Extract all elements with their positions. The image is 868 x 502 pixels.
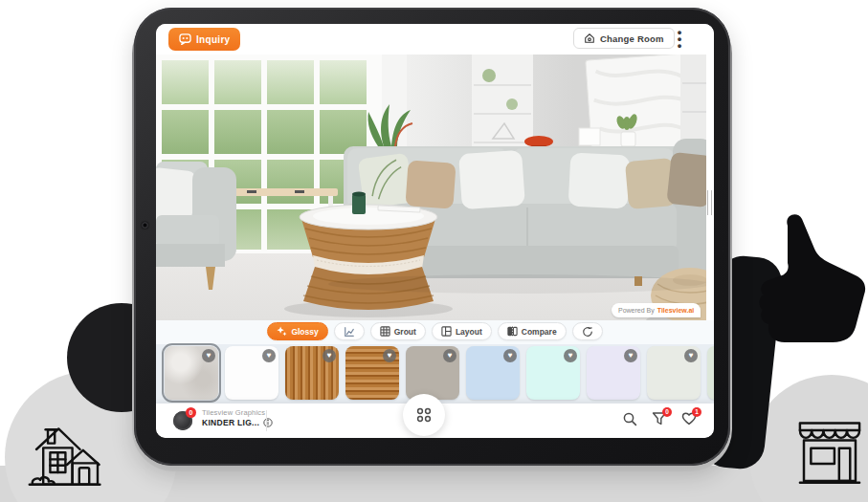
brand-text: Tilesview Graphics KINDER LIG... <box>202 408 273 427</box>
wishlist-button[interactable]: 1 <box>680 411 697 427</box>
search-button[interactable] <box>621 411 637 427</box>
footer-divider <box>266 410 267 431</box>
tile-swatch-pale-sage[interactable]: ♥ <box>647 346 701 400</box>
brand-company: Tilesview Graphics <box>202 408 273 417</box>
tile-swatch-pale-green[interactable]: ♥ <box>707 346 714 400</box>
tile-swatch-wood-horizontal[interactable]: ♥ <box>345 346 399 400</box>
footer-actions: 0 1 <box>621 411 697 427</box>
toolbar-button-compare[interactable]: Compare <box>498 322 567 340</box>
brand-logo: 0 <box>173 407 194 428</box>
search-icon <box>622 411 637 426</box>
wishlist-badge: 1 <box>692 407 701 417</box>
toolbar-button-grout[interactable]: Grout <box>370 322 426 340</box>
toolbar-label: Grout <box>394 327 416 337</box>
app-screen: Inquiry Change Room ••• <box>156 24 714 438</box>
toolbar-label: Compare <box>522 327 557 337</box>
logo-badge: 0 <box>186 407 196 418</box>
heart-icon[interactable]: ♥ <box>323 349 336 362</box>
tile-swatch-light-cyan[interactable]: ♥ <box>526 346 580 400</box>
change-room-label: Change Room <box>600 33 664 44</box>
tile-swatch-white-tile[interactable]: ♥ <box>225 346 278 400</box>
toolbar-label: Glossy <box>291 327 318 337</box>
home-icon <box>584 33 595 44</box>
apps-grid-button[interactable] <box>403 394 445 436</box>
heart-icon[interactable]: ♥ <box>202 349 215 362</box>
toolbar-button-glossy[interactable]: Glossy <box>267 322 327 340</box>
toolbar-button-refresh[interactable] <box>572 322 603 340</box>
selected-tile-name: KINDER LIG... <box>202 418 259 427</box>
powered-by-prefix: Powered By <box>618 307 655 314</box>
heart-icon[interactable]: ♥ <box>684 349 698 362</box>
room-illustration <box>156 55 714 320</box>
heart-icon[interactable]: ♥ <box>503 349 517 362</box>
tile-swatch-light-lavender[interactable]: ♥ <box>587 346 640 400</box>
compare-icon <box>507 326 518 337</box>
tile-swatch-grey-marble[interactable]: ♥ <box>165 346 218 400</box>
info-icon[interactable] <box>263 418 273 427</box>
powered-by-watermark: Powered By Tilesview.ai <box>612 303 701 317</box>
toolbar-button-layout[interactable]: Layout <box>432 322 492 340</box>
filter-badge: 0 <box>662 407 672 417</box>
heart-icon[interactable]: ♥ <box>624 349 637 362</box>
tablet-frame: Inquiry Change Room ••• <box>134 8 730 466</box>
inquiry-label: Inquiry <box>196 34 230 45</box>
drawer-handle-icon[interactable] <box>707 190 712 215</box>
toolbar-button-chart[interactable] <box>334 322 365 340</box>
hand-cursor-silhouette <box>756 210 867 342</box>
tile-swatch-light-blue[interactable]: ♥ <box>466 346 520 400</box>
marketing-stage: Inquiry Change Room ••• <box>0 0 868 502</box>
more-options-button[interactable]: ••• <box>673 29 686 48</box>
tile-drawer-strip[interactable] <box>706 55 714 320</box>
house-icon <box>25 419 101 488</box>
tile-swatch-warm-grey[interactable]: ♥ <box>406 346 459 400</box>
heart-icon[interactable]: ♥ <box>564 349 577 362</box>
brand-info[interactable]: 0 Tilesview Graphics KINDER LIG... <box>173 407 273 428</box>
tile-swatch-list: ♥♥♥♥♥♥♥♥♥♥ <box>165 346 714 400</box>
heart-icon[interactable]: ♥ <box>262 349 276 362</box>
app-footer: 0 Tilesview Graphics KINDER LIG... <box>156 404 714 438</box>
layout-icon <box>441 326 452 337</box>
sparkles-icon <box>277 326 287 337</box>
room-preview[interactable]: Powered By Tilesview.ai <box>156 55 714 320</box>
chart-icon <box>344 326 355 338</box>
heart-icon[interactable]: ♥ <box>443 349 456 362</box>
change-room-button[interactable]: Change Room <box>573 28 675 49</box>
tile-swatch-wood-vertical[interactable]: ♥ <box>285 346 339 400</box>
grid-icon <box>380 326 390 337</box>
tablet-camera <box>142 222 148 229</box>
app-header: Inquiry Change Room ••• <box>156 24 714 55</box>
inquiry-button[interactable]: Inquiry <box>168 28 240 51</box>
powered-by-brand: Tilesview.ai <box>657 307 695 314</box>
store-icon <box>790 417 868 486</box>
filter-button[interactable]: 0 <box>651 411 667 427</box>
toolbar-label: Layout <box>456 327 482 337</box>
heart-icon[interactable]: ♥ <box>383 349 396 362</box>
effects-toolbar: GlossyGroutLayoutCompare <box>156 322 714 340</box>
refresh-icon <box>582 326 593 338</box>
chat-bubble-icon <box>179 33 191 45</box>
dots-grid-icon <box>415 406 433 424</box>
